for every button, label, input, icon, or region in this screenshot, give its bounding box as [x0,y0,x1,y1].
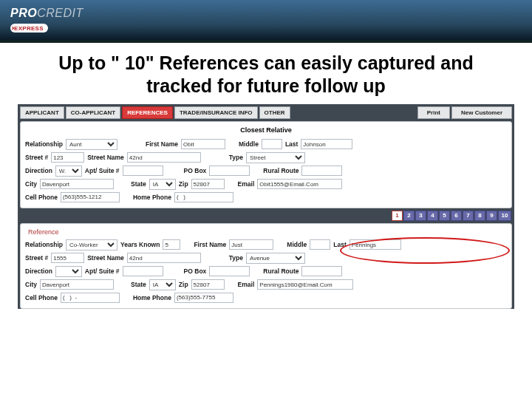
page-3[interactable]: 3 [415,211,426,221]
ref-label-state: State [131,281,146,288]
label-type: Type [229,154,243,161]
ref-label-cell: Cell Phone [25,294,58,301]
pobox-input[interactable] [209,166,250,176]
ref-rural-input[interactable] [301,266,342,276]
street-no-input[interactable] [51,152,84,163]
app-header: PROCREDIT ›››EXPRESS [0,0,532,43]
ref-type-select[interactable]: Avenue [246,253,305,264]
ref-label-zip: Zip [179,281,188,288]
ref-streetno-input[interactable] [51,253,84,263]
label-rural: Rural Route [263,167,299,174]
ref-label-dir: Direction [25,267,52,275]
label-home: Home Phone [133,194,171,201]
last-input[interactable] [301,139,352,149]
state-select[interactable]: IA [149,179,176,190]
street-name-input[interactable] [127,152,201,163]
ref-label-pobox: PO Box [184,267,207,275]
ref-label-mid: Middle [287,241,307,248]
page-10[interactable]: 10 [498,211,511,221]
ref-pobox-input[interactable] [209,266,250,276]
ref-fn-input[interactable] [229,239,273,250]
brand-logo: PROCREDIT ›››EXPRESS [10,7,83,33]
ref-zip-input[interactable] [191,279,225,290]
direction-select[interactable]: W. [55,166,82,177]
ref-label-streetnm: Street Name [87,254,124,262]
ref-years-input[interactable] [163,239,180,250]
ref-label-last: Last [333,241,346,248]
first-name-input[interactable] [181,139,225,149]
page-title: Up to " 10" References can easily captur… [0,43,532,104]
page-4[interactable]: 4 [427,211,438,221]
ref-apt-input[interactable] [123,266,163,276]
email-input[interactable] [257,179,342,189]
ref-label-streetno: Street # [25,254,48,262]
page-6[interactable]: 6 [451,211,462,221]
label-state: State [131,180,146,188]
rural-input[interactable] [301,166,342,176]
type-select[interactable]: Street [246,152,305,163]
ref-last-input[interactable] [349,239,401,250]
tab-other[interactable]: OTHER [259,106,290,119]
ref-label-home: Home Phone [133,294,171,301]
middle-input[interactable] [262,139,282,149]
label-relationship: Relationship [25,140,63,148]
label-cell: Cell Phone [25,194,58,201]
cell-input[interactable] [61,192,120,202]
new-customer-button[interactable]: New Customer [451,106,512,119]
page-1[interactable]: 1 [392,211,403,221]
ref-mid-input[interactable] [310,239,330,250]
reference-pager: 1 2 3 4 5 6 7 8 9 10 [21,211,511,221]
page-7[interactable]: 7 [463,211,474,221]
reference-title: Reference [25,227,507,237]
app-window: APPLICANT CO-APPLICANT REFERENCES TRADE/… [18,104,514,309]
ref-email-input[interactable] [257,279,353,290]
label-middle: Middle [239,140,259,148]
logo-sub: ›››EXPRESS [10,24,48,33]
ref-label-email: Email [238,281,255,288]
ref-home-input[interactable] [174,293,233,303]
page-5[interactable]: 5 [439,211,450,221]
tab-co-applicant[interactable]: CO-APPLICANT [66,106,120,119]
tab-bar: APPLICANT CO-APPLICANT REFERENCES TRADE/… [18,104,514,119]
label-street-no: Street # [25,154,48,161]
ref-label-apt: Apt/ Suite # [85,267,120,275]
closest-relative-title: Closest Relative [25,125,507,137]
label-email: Email [238,180,255,188]
ref-label-type: Type [229,254,243,262]
label-first-name: First Name [146,140,178,148]
label-pobox: PO Box [184,167,207,174]
label-street-name: Street Name [87,154,124,161]
reference-panel: Reference Relationship Co-Worker Years K… [20,223,512,309]
ref-cell-input[interactable] [61,293,120,303]
ref-dir-select[interactable] [55,266,82,277]
tab-references[interactable]: REFERENCES [122,106,173,119]
label-zip: Zip [179,180,188,188]
home-input[interactable] [174,192,233,202]
logo-pro: PRO [10,7,37,19]
ref-label-city: City [25,281,37,288]
ref-label-rural: Rural Route [263,267,299,275]
label-direction: Direction [25,167,52,174]
page-9[interactable]: 9 [486,211,497,221]
ref-label-relationship: Relationship [25,241,63,248]
relationship-select[interactable]: Aunt [66,139,117,150]
label-apt: Apt/ Suite # [85,167,120,174]
label-last: Last [285,140,298,148]
ref-state-select[interactable]: IA [149,279,176,290]
ref-label-years: Years Known [120,241,160,248]
city-input[interactable] [40,179,114,189]
page-8[interactable]: 8 [474,211,485,221]
tab-applicant[interactable]: APPLICANT [20,106,64,119]
print-button[interactable]: Print [417,106,450,119]
page-2[interactable]: 2 [403,211,415,221]
label-city: City [25,180,37,188]
ref-city-input[interactable] [40,279,114,290]
zip-input[interactable] [191,179,225,189]
logo-credit: CREDIT [37,7,83,19]
ref-label-fn: First Name [194,241,226,248]
apt-input[interactable] [123,166,163,176]
ref-streetnm-input[interactable] [127,253,201,263]
tab-trade[interactable]: TRADE/INSURANCE INFO [174,106,258,119]
closest-relative-panel: Closest Relative Relationship Aunt First… [20,121,512,208]
ref-relationship-select[interactable]: Co-Worker [66,239,117,250]
